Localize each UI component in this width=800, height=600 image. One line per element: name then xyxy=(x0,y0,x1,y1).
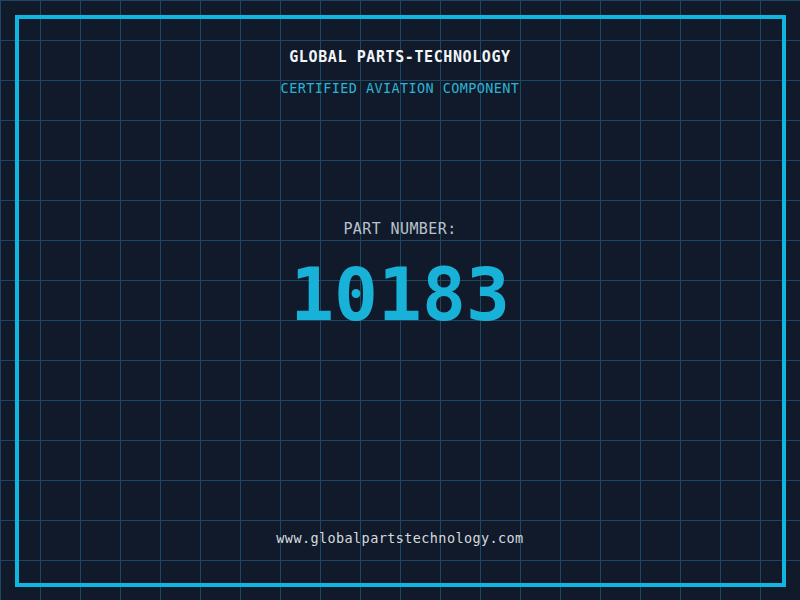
company-title: GLOBAL PARTS-TECHNOLOGY xyxy=(0,48,800,66)
certification-subtitle: CERTIFIED AVIATION COMPONENT xyxy=(0,80,800,96)
website-url: www.globalpartstechnology.com xyxy=(0,530,800,546)
part-number-label: PART NUMBER: xyxy=(0,220,800,238)
part-number-value: 10183 xyxy=(0,255,800,335)
